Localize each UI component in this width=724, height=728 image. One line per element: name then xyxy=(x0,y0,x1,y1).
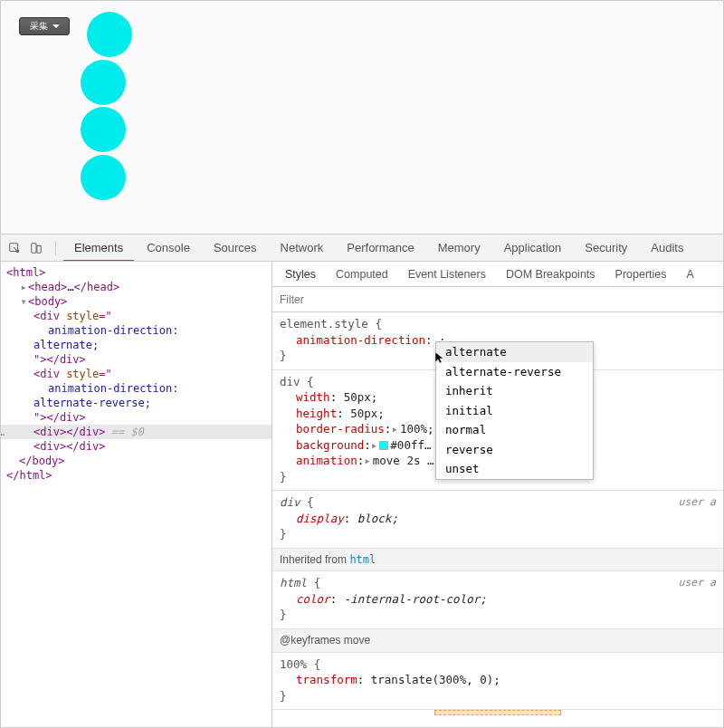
console-ref: == $0 xyxy=(110,426,143,438)
tree-line[interactable]: ▸<head>…</head> xyxy=(1,280,272,294)
tree-line[interactable]: <div style=" xyxy=(1,309,272,323)
styles-filter-row xyxy=(272,287,723,312)
tree-line[interactable]: animation-direction: xyxy=(1,381,272,396)
tab-sources[interactable]: Sources xyxy=(203,235,268,262)
tab-network[interactable]: Network xyxy=(270,235,335,262)
inherited-from-header: Inherited from html xyxy=(272,549,723,572)
tree-line[interactable]: animation-direction: xyxy=(1,323,272,338)
tree-line[interactable]: alternate; xyxy=(1,338,272,352)
page-render-area: 采集 xyxy=(1,1,723,235)
autocomplete-item[interactable]: alternate-reverse xyxy=(436,362,593,382)
animated-circle xyxy=(87,12,132,57)
tab-performance[interactable]: Performance xyxy=(336,235,424,262)
styles-tabbar: Styles Computed Event Listeners DOM Brea… xyxy=(272,262,723,287)
autocomplete-item[interactable]: reverse xyxy=(436,440,593,460)
tab-security[interactable]: Security xyxy=(574,235,638,262)
inherited-from-link[interactable]: html xyxy=(349,553,376,566)
tree-line[interactable]: </html> xyxy=(1,468,272,483)
disclosure-triangle-icon[interactable]: ▾ xyxy=(19,295,28,308)
expand-shorthand-icon[interactable]: ▸ xyxy=(391,422,398,436)
autocomplete-item[interactable]: initial xyxy=(436,401,593,421)
tree-line[interactable]: "></div> xyxy=(1,410,272,425)
animated-circle xyxy=(81,60,126,105)
tab-computed[interactable]: Computed xyxy=(327,262,397,287)
rule-keyframe-100[interactable]: 100% { transform: translate(300%, 0); } xyxy=(272,653,723,711)
styles-filter-input[interactable] xyxy=(280,293,716,306)
autocomplete-item[interactable]: alternate xyxy=(436,342,593,362)
tab-application[interactable]: Application xyxy=(493,235,573,262)
tree-line[interactable]: alternate-reverse; xyxy=(1,396,272,410)
ua-stylesheet-label: user a xyxy=(678,494,716,509)
tree-line-selected[interactable]: <div></div>== $0 xyxy=(1,425,272,439)
tab-audits[interactable]: Audits xyxy=(640,235,694,262)
separator xyxy=(55,241,56,255)
tree-line[interactable]: ▾<body> xyxy=(1,294,272,309)
inspect-element-icon[interactable] xyxy=(6,240,23,256)
svg-rect-2 xyxy=(37,245,41,253)
tree-line[interactable]: <div></div> xyxy=(1,439,272,454)
ua-stylesheet-label: user a xyxy=(678,575,716,589)
tab-styles[interactable]: Styles xyxy=(276,262,325,287)
svg-rect-1 xyxy=(32,243,36,253)
keyframes-header: @keyframes move xyxy=(272,629,723,653)
tab-console[interactable]: Console xyxy=(136,235,201,262)
tree-line[interactable]: <div style=" xyxy=(1,367,272,381)
collect-label: 采集 xyxy=(30,20,48,33)
rule-html-ua[interactable]: user a html { color: -internal-root-colo… xyxy=(272,571,723,629)
autocomplete-item[interactable]: normal xyxy=(436,420,593,440)
rule-div-ua[interactable]: user a div { display: block; } xyxy=(272,491,723,549)
elements-tree[interactable]: <html> ▸<head>…</head> ▾<body> <div styl… xyxy=(1,262,272,727)
devtools-tabbar: Elements Console Sources Network Perform… xyxy=(1,235,723,262)
tree-line[interactable]: </body> xyxy=(1,454,272,468)
animated-circle xyxy=(81,155,126,200)
autocomplete-item[interactable]: unset xyxy=(436,459,593,479)
expand-shorthand-icon[interactable]: ▸ xyxy=(371,438,378,452)
tab-more[interactable]: A xyxy=(678,262,703,287)
collect-button[interactable]: 采集 xyxy=(19,17,70,35)
tree-line[interactable]: "></div> xyxy=(1,352,272,367)
animated-circle xyxy=(81,107,126,152)
styles-rules[interactable]: element.style { animation-direction: ; }… xyxy=(272,312,723,727)
tree-line[interactable]: <html> xyxy=(1,265,272,280)
tab-memory[interactable]: Memory xyxy=(427,235,491,262)
tab-elements[interactable]: Elements xyxy=(63,235,134,262)
disclosure-triangle-icon[interactable]: ▸ xyxy=(19,281,28,293)
device-toolbar-icon[interactable] xyxy=(28,240,44,256)
color-swatch-icon[interactable] xyxy=(379,441,388,450)
autocomplete-popup[interactable]: alternate alternate-reverse inherit init… xyxy=(435,341,594,480)
box-model-peek xyxy=(272,710,723,719)
autocomplete-item[interactable]: inherit xyxy=(436,381,593,401)
tab-event-listeners[interactable]: Event Listeners xyxy=(399,262,495,287)
tab-properties[interactable]: Properties xyxy=(606,262,676,287)
mouse-cursor-icon xyxy=(433,350,448,369)
expand-shorthand-icon[interactable]: ▸ xyxy=(364,454,371,467)
tab-dom-breakpoints[interactable]: DOM Breakpoints xyxy=(497,262,605,287)
